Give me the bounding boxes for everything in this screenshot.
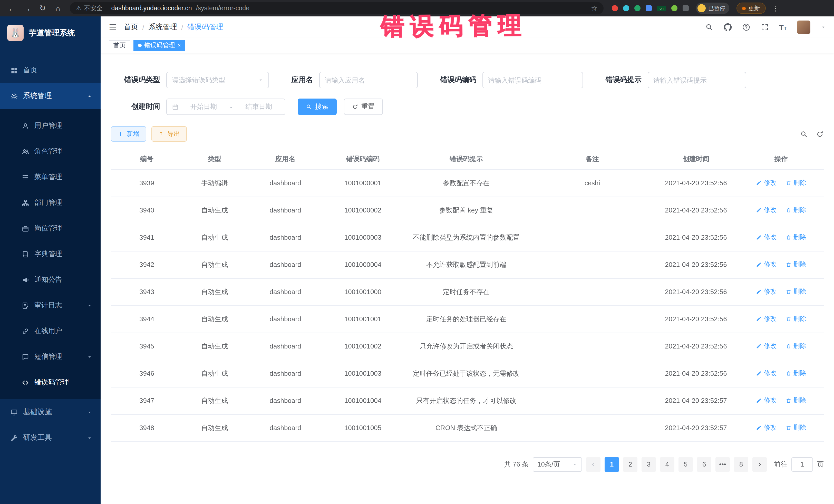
sidebar-item-error-code[interactable]: 错误码管理 <box>0 370 101 395</box>
goto-page-input[interactable] <box>791 457 813 472</box>
app-name-input[interactable] <box>319 72 418 88</box>
reset-button[interactable]: 重置 <box>344 98 383 115</box>
bookmark-star-icon[interactable]: ☆ <box>591 4 597 12</box>
page-button-1[interactable]: 1 <box>605 457 619 472</box>
trash-icon <box>786 289 791 294</box>
avatar-caret-icon[interactable] <box>821 25 826 30</box>
sidebar-item-posts[interactable]: 岗位管理 <box>0 216 101 241</box>
tag-close-icon[interactable]: × <box>178 43 181 48</box>
sidebar: 🐰 芋道管理系统 首页 系统管理 用户管理 <box>0 17 101 504</box>
header-create-time: 创建时间 <box>653 149 739 169</box>
page-content: 错误码类型 请选择错误码类型 应用名 错误码编码 错误码提示 创建时间 <box>101 53 834 504</box>
sidebar-item-users[interactable]: 用户管理 <box>0 113 101 138</box>
security-warning[interactable]: ⚠ 不安全 <box>76 4 103 13</box>
extension-icon-green[interactable] <box>634 5 640 11</box>
edit-link[interactable]: 修改 <box>756 260 776 269</box>
help-icon[interactable] <box>742 23 750 31</box>
sidebar-item-menus[interactable]: 菜单管理 <box>0 164 101 190</box>
browser-home-button[interactable]: ⌂ <box>51 2 65 15</box>
edit-link[interactable]: 修改 <box>756 314 776 323</box>
delete-link[interactable]: 删除 <box>786 342 806 351</box>
github-icon[interactable] <box>723 23 731 31</box>
delete-link[interactable]: 删除 <box>786 287 806 296</box>
extension-icon-pin[interactable] <box>683 5 689 11</box>
page-button-2[interactable]: 2 <box>623 457 637 472</box>
cell-create-time: 2021-04-20 23:52:56 <box>653 278 739 305</box>
fullscreen-icon[interactable] <box>760 23 769 31</box>
browser-reload-button[interactable]: ↻ <box>36 2 49 15</box>
error-code-input[interactable] <box>482 72 583 88</box>
search-icon <box>306 104 312 110</box>
sidebar-item-departments[interactable]: 部门管理 <box>0 190 101 216</box>
sidebar-item-sms[interactable]: 短信管理 <box>0 344 101 370</box>
sidebar-item-notice[interactable]: 通知公告 <box>0 267 101 292</box>
refresh-table-icon[interactable] <box>816 130 824 138</box>
delete-link[interactable]: 删除 <box>786 423 806 432</box>
chevron-down-icon <box>87 409 92 415</box>
page-button-3[interactable]: 3 <box>641 457 656 472</box>
delete-link[interactable]: 删除 <box>786 369 806 378</box>
sidebar-item-roles[interactable]: 角色管理 <box>0 138 101 164</box>
delete-link[interactable]: 删除 <box>786 206 806 215</box>
delete-link[interactable]: 删除 <box>786 179 806 187</box>
edit-link[interactable]: 修改 <box>756 396 776 405</box>
page-button-6[interactable]: 6 <box>697 457 711 472</box>
tag-home[interactable]: 首页 <box>109 40 130 51</box>
page-button-4[interactable]: 4 <box>660 457 674 472</box>
edit-link[interactable]: 修改 <box>756 287 776 296</box>
page-button-5[interactable]: 5 <box>679 457 693 472</box>
sidebar-item-system-management[interactable]: 系统管理 <box>0 83 101 109</box>
sidebar-item-online-users[interactable]: 在线用户 <box>0 318 101 344</box>
sidebar-item-home[interactable]: 首页 <box>0 58 101 83</box>
browser-back-button[interactable]: ← <box>5 2 19 15</box>
sidebar-collapse-icon[interactable]: ☰ <box>109 22 117 32</box>
toggle-search-icon[interactable] <box>800 130 808 138</box>
delete-link[interactable]: 删除 <box>786 260 806 269</box>
more-pages-button[interactable]: ••• <box>716 457 730 472</box>
chevron-down-icon <box>572 462 577 467</box>
breadcrumb-system[interactable]: 系统管理 <box>148 23 177 32</box>
extension-icon-cyan[interactable] <box>623 5 629 11</box>
export-button[interactable]: 导出 <box>151 126 187 141</box>
extension-icon-grid[interactable] <box>646 5 652 11</box>
extension-icon-red[interactable] <box>612 5 618 11</box>
sidebar-item-dictionary[interactable]: 字典管理 <box>0 241 101 267</box>
next-page-button[interactable] <box>752 457 767 472</box>
error-hint-input[interactable] <box>648 72 746 88</box>
tag-error-code[interactable]: 错误码管理 × <box>133 40 185 51</box>
edit-link[interactable]: 修改 <box>756 423 776 432</box>
browser-update-button[interactable]: 更新 <box>737 3 766 14</box>
sidebar-item-infrastructure[interactable]: 基础设施 <box>0 399 101 425</box>
delete-link[interactable]: 删除 <box>786 396 806 405</box>
sidebar-item-dev-tools[interactable]: 研发工具 <box>0 425 101 451</box>
sidebar-item-audit-log[interactable]: 审计日志 <box>0 292 101 318</box>
add-button[interactable]: 新增 <box>111 126 146 141</box>
delete-link[interactable]: 删除 <box>786 314 806 323</box>
edit-link[interactable]: 修改 <box>756 342 776 351</box>
prev-page-button[interactable] <box>586 457 600 472</box>
sidebar-item-label: 角色管理 <box>35 147 62 156</box>
code-icon <box>22 378 29 386</box>
goto-unit: 页 <box>817 460 824 469</box>
font-size-icon[interactable]: TT <box>779 23 787 31</box>
page-button-8[interactable]: 8 <box>734 457 748 472</box>
edit-link[interactable]: 修改 <box>756 233 776 242</box>
search-button[interactable]: 搜索 <box>298 98 337 115</box>
error-type-select[interactable]: 请选择错误码类型 <box>166 72 269 88</box>
delete-link[interactable]: 删除 <box>786 233 806 242</box>
extension-icon-leaf[interactable] <box>671 5 678 11</box>
edit-link[interactable]: 修改 <box>756 206 776 215</box>
user-avatar[interactable] <box>797 21 810 34</box>
page-size-select[interactable]: 10条/页 <box>533 457 582 472</box>
browser-menu-icon[interactable]: ⋮ <box>772 4 779 12</box>
extension-icon-on-switch[interactable]: on <box>657 5 666 11</box>
search-icon[interactable] <box>705 23 713 31</box>
browser-forward-button[interactable]: → <box>21 2 34 15</box>
date-range-picker[interactable]: 开始日期 - 结束日期 <box>166 98 285 115</box>
edit-link[interactable]: 修改 <box>756 179 776 187</box>
header-actions: 操作 <box>739 149 824 169</box>
breadcrumb-home[interactable]: 首页 <box>124 23 138 32</box>
browser-profile-badge[interactable]: 已暂停 <box>696 3 729 14</box>
address-divider <box>107 5 107 12</box>
edit-link[interactable]: 修改 <box>756 369 776 378</box>
